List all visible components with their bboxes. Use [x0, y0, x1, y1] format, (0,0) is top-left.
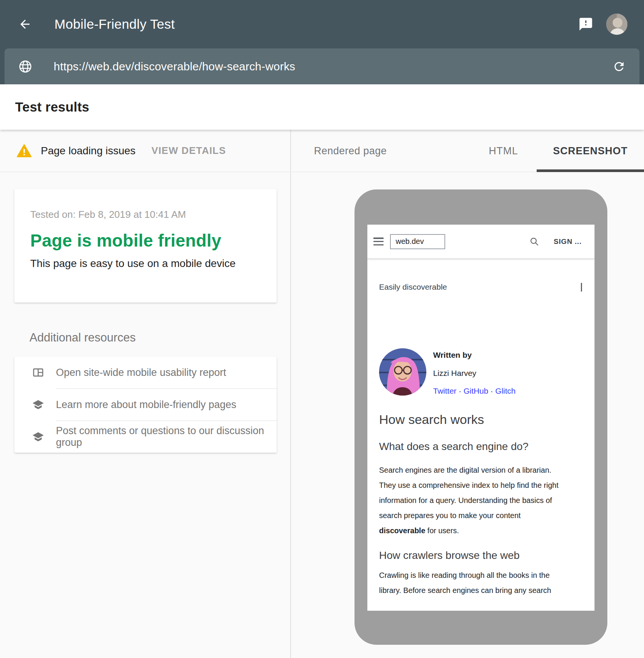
author-text-column: Written by Lizzi Harvey Twitter · GitHub… — [433, 348, 516, 396]
resource-item-discussion-group[interactable]: Post comments or questions to our discus… — [14, 421, 277, 453]
site-search-value: web.dev — [396, 237, 424, 246]
tabs-row: Rendered page HTML SCREENSHOT — [292, 130, 644, 172]
left-panel: Page loading issues VIEW DETAILS Tested … — [0, 130, 291, 658]
tab-rendered-page[interactable]: Rendered page — [307, 130, 394, 172]
phone-screenshot: web.dev SIGN ... Easily discoverable — [367, 225, 594, 611]
github-link: GitHub — [464, 386, 488, 395]
bold-discoverable: discoverable — [379, 526, 425, 535]
school-icon — [32, 399, 44, 411]
content-area: Page loading issues VIEW DETAILS Tested … — [0, 130, 644, 658]
app-bar: Mobile-Friendly Test https://web.dev/dis… — [0, 0, 644, 84]
sign-in-label: SIGN ... — [554, 237, 582, 246]
active-tab-underline — [537, 169, 644, 172]
page-title: Test results — [15, 99, 89, 115]
resource-item-learn-more[interactable]: Learn more about mobile-friendly pages — [14, 389, 277, 421]
url-text[interactable]: https://web.dev/discoverable/how-search-… — [54, 60, 295, 73]
resource-item-usability-report[interactable]: Open site-wide mobile usability report — [14, 357, 277, 388]
warning-icon — [17, 144, 32, 158]
view-details-button[interactable]: VIEW DETAILS — [152, 145, 226, 157]
hamburger-icon — [373, 237, 384, 245]
search-icon — [529, 237, 539, 247]
author-block: Written by Lizzi Harvey Twitter · GitHub… — [379, 348, 582, 396]
url-bar[interactable]: https://web.dev/discoverable/how-search-… — [5, 48, 639, 84]
tab-html[interactable]: HTML — [473, 130, 534, 172]
feedback-icon[interactable] — [577, 15, 595, 33]
resource-label: Open site-wide mobile usability report — [56, 367, 226, 379]
additional-resources-heading: Additional resources — [29, 331, 136, 345]
screenshot-site-header: web.dev SIGN ... — [367, 225, 594, 259]
caret-bar — [581, 283, 582, 292]
additional-resources-card: Open site-wide mobile usability report L… — [14, 357, 277, 453]
article-heading-3: How crawlers browse the web — [379, 549, 582, 562]
result-card: Tested on: Feb 8, 2019 at 10:41 AM Page … — [14, 189, 277, 303]
resource-label: Learn more about mobile-friendly pages — [56, 399, 236, 411]
app-title: Mobile-Friendly Test — [54, 17, 175, 32]
tab-screenshot[interactable]: SCREENSHOT — [537, 130, 644, 172]
author-avatar — [379, 348, 426, 396]
article-paragraph-2: Crawling is like reading through all the… — [379, 568, 582, 598]
tested-on-label: Tested on: Feb 8, 2019 at 10:41 AM — [30, 209, 261, 220]
user-avatar[interactable] — [606, 14, 627, 35]
globe-icon — [18, 59, 33, 74]
page-loading-issues-row: Page loading issues VIEW DETAILS — [0, 130, 291, 172]
written-by-label: Written by — [433, 351, 516, 360]
author-name: Lizzi Harvey — [433, 369, 516, 378]
refresh-icon[interactable] — [612, 60, 626, 73]
article-paragraph-1: Search engines are the digital version o… — [379, 462, 582, 538]
back-arrow-icon[interactable] — [17, 16, 33, 33]
phone-mockup: web.dev SIGN ... Easily discoverable — [355, 189, 607, 645]
app-bar-top-row: Mobile-Friendly Test — [0, 0, 644, 48]
verdict-description: This page is easy to use on a mobile dev… — [30, 258, 261, 270]
twitter-link: Twitter — [433, 386, 457, 395]
usability-report-icon — [32, 366, 44, 379]
site-search-box: web.dev — [390, 234, 445, 249]
article-title: How search works — [379, 412, 582, 427]
mobile-friendly-test-app: { "app_bar": { "title": "Mobile-Friendly… — [0, 0, 644, 658]
glitch-link: Glitch — [495, 386, 516, 395]
article-heading-2: What does a search engine do? — [379, 441, 582, 453]
author-links: Twitter · GitHub · Glitch — [433, 386, 516, 396]
screenshot-page-body: Easily discoverable — [367, 282, 594, 598]
link-separator: · — [491, 386, 495, 395]
section-row: Easily discoverable — [379, 282, 582, 292]
resource-label: Post comments or questions to our discus… — [56, 425, 277, 448]
verdict-title: Page is mobile friendly — [30, 230, 261, 251]
right-panel: Rendered page HTML SCREENSHOT web.dev SI… — [292, 130, 644, 658]
results-header: Test results — [0, 84, 644, 130]
school-icon — [32, 431, 44, 443]
link-separator: · — [459, 386, 464, 395]
section-title: Easily discoverable — [379, 282, 447, 292]
issues-label: Page loading issues — [41, 145, 136, 157]
